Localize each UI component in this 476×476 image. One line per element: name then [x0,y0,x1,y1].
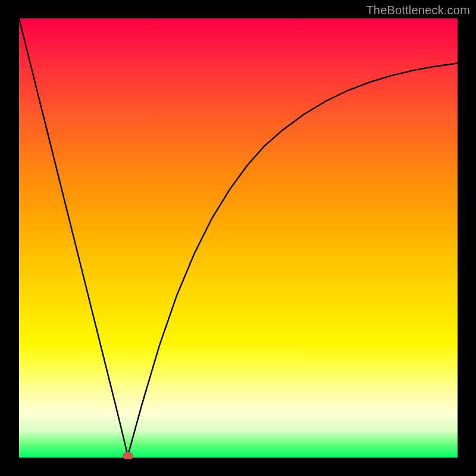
chart-frame: TheBottleneck.com [0,0,476,476]
vertex-marker [123,452,133,459]
chart-background-gradient [19,18,458,458]
watermark-text: TheBottleneck.com [366,4,470,17]
